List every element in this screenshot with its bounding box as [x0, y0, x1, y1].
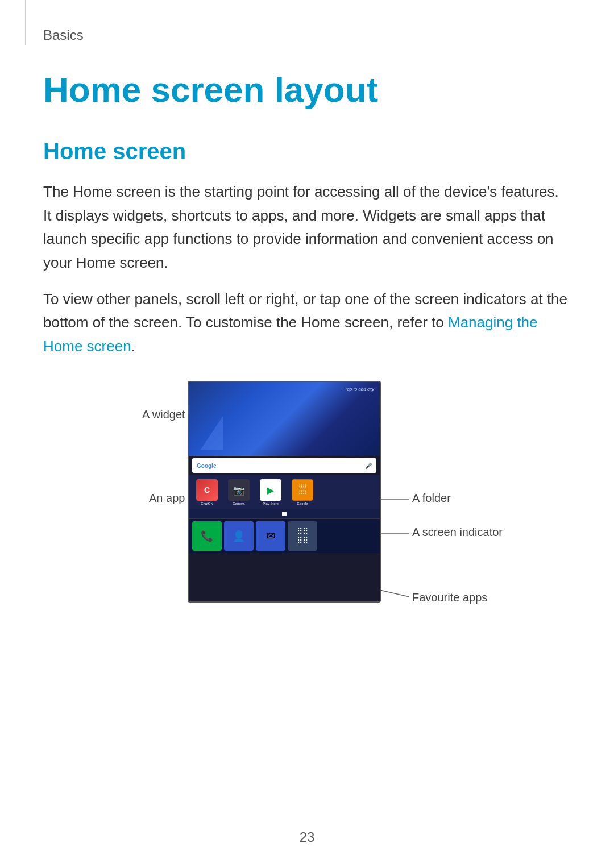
annotation-a-folder: A folder: [412, 492, 451, 505]
app-camera: 📷 Camera: [224, 477, 254, 507]
chaton-icon: C: [196, 479, 218, 501]
app-chaton: C ChatON: [192, 477, 222, 507]
body-paragraph-1: The Home screen is the starting point fo…: [43, 180, 571, 275]
widget-area: Tap to add city: [189, 382, 380, 456]
apps-row: C ChatON 📷 Camera ▶: [189, 475, 380, 509]
google-folder-label: Google: [297, 502, 308, 505]
fav-mail-icon: ✉: [256, 521, 285, 551]
widget-triangle-decoration: [200, 416, 223, 450]
left-border-decoration: [25, 0, 26, 45]
annotation-screen-indicator: A screen indicator: [412, 526, 503, 539]
annotation-an-app: An app: [149, 492, 185, 505]
page-title: Home screen layout: [43, 70, 571, 109]
google-label: Google: [197, 463, 216, 469]
camera-icon: 📷: [228, 479, 250, 501]
breadcrumb: Basics: [43, 27, 571, 43]
fav-phone-icon: 📞: [192, 521, 222, 551]
fav-contacts-icon: 👤: [224, 521, 254, 551]
annotation-a-widget: A widget: [142, 408, 185, 421]
mic-icon: 🎤: [365, 463, 372, 469]
body-text-after-link: .: [131, 338, 135, 355]
play-store-icon: ▶: [260, 479, 281, 501]
page-container: Basics Home screen layout Home screen Th…: [0, 0, 614, 868]
favourite-apps-row: 📞 👤 ✉ ⠿⠿⠿⠿: [189, 518, 380, 553]
screen-dot-1: [282, 512, 287, 516]
google-search-bar: Google 🎤: [192, 458, 376, 473]
annotation-favourite-apps: Favourite apps: [412, 591, 487, 604]
chaton-label: ChatON: [201, 502, 213, 505]
section-title: Home screen: [43, 139, 571, 164]
page-number: 23: [300, 829, 315, 845]
fav-apps-grid-icon: ⠿⠿⠿⠿: [288, 521, 317, 551]
diagram-container: A widget An app A folder A screen indica…: [43, 381, 571, 620]
phone-screen: Tap to add city Google 🎤 C ChatON: [188, 381, 381, 603]
body-paragraph-2: To view other panels, scroll left or rig…: [43, 288, 571, 359]
diagram-wrapper: A widget An app A folder A screen indica…: [108, 381, 506, 620]
tap-to-add-label: Tap to add city: [345, 387, 374, 392]
play-store-label: Play Store: [263, 502, 279, 505]
folder-icon: ⠿⠿⠿⠿: [292, 479, 313, 501]
screen-indicator-row: [189, 509, 380, 518]
app-play-store: ▶ Play Store: [256, 477, 285, 507]
camera-label: Camera: [233, 502, 244, 505]
app-google-folder: ⠿⠿⠿⠿ Google: [288, 477, 317, 507]
